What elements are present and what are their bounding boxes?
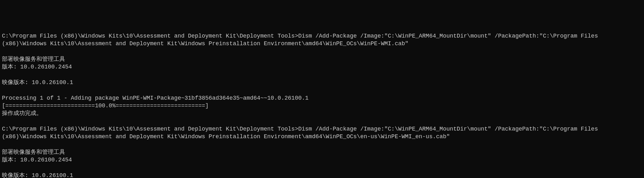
image-version: 映像版本: 10.0.26100.1 [2, 172, 642, 178]
command-line-2: C:\Program Files (x86)\Windows Kits\10\A… [2, 125, 642, 141]
tool-name: 部署映像服务和管理工具 [2, 148, 642, 156]
image-version: 映像版本: 10.0.26100.1 [2, 79, 642, 86]
tool-version: 版本: 10.0.26100.2454 [2, 63, 642, 71]
tool-name: 部署映像服务和管理工具 [2, 55, 642, 63]
progress-bar: [==========================100.0%=======… [2, 102, 642, 110]
blank-line [2, 48, 642, 55]
tool-version: 版本: 10.0.26100.2454 [2, 156, 642, 164]
processing-status: Processing 1 of 1 - Adding package WinPE… [2, 94, 642, 102]
command-line-1: C:\Program Files (x86)\Windows Kits\10\A… [2, 32, 642, 48]
blank-line [2, 117, 642, 125]
terminal-output[interactable]: C:\Program Files (x86)\Windows Kits\10\A… [2, 32, 642, 178]
blank-line [2, 164, 642, 171]
prompt: C:\Program Files (x86)\Windows Kits\10\A… [2, 126, 298, 132]
success-message: 操作成功完成。 [2, 110, 642, 117]
blank-line [2, 71, 642, 79]
blank-line [2, 86, 642, 94]
blank-line [2, 140, 642, 148]
prompt: C:\Program Files (x86)\Windows Kits\10\A… [2, 33, 298, 39]
